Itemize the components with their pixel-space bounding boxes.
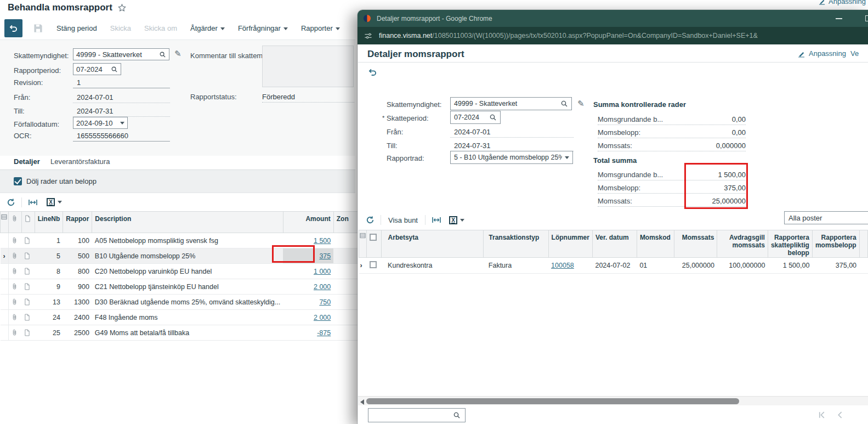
chevron-down-icon[interactable] [120,122,124,125]
col-arbetsyta[interactable]: Arbetsyta [381,230,484,258]
amount-link[interactable]: 1 500 [314,237,331,245]
popup-urlbar[interactable]: finance.visma.net/1085011003/(W(10005))/… [358,27,868,44]
attachment-icon[interactable] [12,252,19,259]
undo-icon[interactable] [368,67,377,77]
col-rapport[interactable]: Rappor [63,212,92,233]
reports-menu[interactable]: Rapporter [301,24,340,32]
actions-menu[interactable]: Åtgärder [190,24,225,32]
row-settings-icon[interactable] [1,214,8,220]
visa-bunt-button[interactable]: Visa bunt [388,216,418,224]
col-transaktionstyp[interactable]: Transaktionstyp [484,230,548,258]
edit-pencil-icon[interactable]: ✎ [577,99,585,109]
chevron-down-icon[interactable] [565,156,569,159]
site-settings-icon[interactable] [364,32,372,40]
refresh-icon[interactable] [366,216,375,224]
fit-width-icon[interactable] [432,216,441,224]
amount-link[interactable]: 2 000 [314,283,331,291]
table-row-selected[interactable]: › Kundreskontra Faktura 100058 2024-07-0… [359,258,868,274]
first-page-button[interactable] [818,411,826,419]
notes-icon[interactable] [24,329,32,336]
minimize-button[interactable] [836,18,842,19]
col-amount[interactable]: Amount [283,212,333,233]
export-excel-icon[interactable]: X [47,198,55,206]
amount-link[interactable]: 375 [319,252,331,260]
filter-select[interactable]: Alla poster [784,211,868,224]
tax-authority-field[interactable]: 49999 - Skatteverket [73,48,169,60]
edit-pencil-icon[interactable]: ✎ [174,49,181,59]
notes-icon[interactable] [24,237,32,244]
table-row[interactable]: 8 800 C20 Nettobelopp varuinköp EU hande… [1,264,410,279]
search-icon[interactable] [453,411,461,419]
report-period-field[interactable]: 07-2024 [73,63,121,75]
col-momssats[interactable]: Momssats [674,230,717,258]
main-form: Skattemyndighet: 49999 - Skatteverket ✎ … [0,39,355,156]
table-row[interactable]: 9 900 C21 Nettobelopp tjänsteinköp EU ha… [1,279,410,295]
attachment-icon[interactable] [12,268,19,275]
attachment-icon[interactable] [12,283,19,290]
chevron-down-icon[interactable] [460,219,464,222]
scrollbar-thumb[interactable] [366,398,739,404]
amount-link[interactable]: 1 000 [314,268,331,275]
col-rapportera-momsbelopp[interactable]: Rapportera momsbelopp [812,230,859,258]
tax-authority-field[interactable]: 49999 - Skatteverket [450,97,572,110]
due-date-field[interactable]: 2024-09-10 [73,117,128,129]
undo-button[interactable] [4,19,22,37]
popup-titlebar[interactable]: Detaljer momsrapport - Google Chrome [358,10,868,27]
table-row[interactable]: 24 2400 F48 Ingående moms 2 000 F [1,310,410,325]
favorite-star-icon[interactable] [117,3,127,13]
horizontal-scrollbar[interactable] [358,396,868,405]
col-momskod[interactable]: Momskod [637,230,674,258]
notes-icon[interactable] [24,298,32,306]
export-excel-icon[interactable]: X [449,216,457,224]
col-lopnummer[interactable]: Löpnummer [548,230,592,258]
attachment-icon[interactable] [12,314,19,321]
report-row-label: Rapportrad: [387,154,424,162]
attachment-icon[interactable] [12,329,19,336]
popup-anpassning-link[interactable]: Anpassning [798,49,846,58]
col-avdragsgill-momssats[interactable]: Avdragsgill momssats [717,230,768,258]
col-ver-datum[interactable]: Ver. datum [592,230,637,258]
inquiries-menu[interactable]: Förfrågningar [238,24,288,32]
col-linenb[interactable]: LineNb [35,212,63,233]
maximize-button[interactable] [865,15,868,21]
save-icon[interactable] [33,23,43,33]
table-row[interactable]: 13 1300 D30 Beräknad utgående moms 25%, … [1,295,410,310]
search-input[interactable] [368,408,466,422]
notes-icon[interactable] [24,314,32,321]
attachment-icon[interactable] [12,298,19,306]
close-period-button[interactable]: Stäng period [56,24,97,32]
row-settings-icon[interactable] [360,233,366,239]
table-row-selected[interactable]: › 5 500 B10 Utgående momsbelopp 25% 375 … [1,248,410,264]
table-row[interactable]: 25 2500 G49 Moms att betala/få tillbaka … [1,325,410,341]
url-text[interactable]: finance.visma.net/1085011003/(W(10005))/… [379,32,758,39]
search-icon[interactable] [489,114,497,121]
hide-rows-checkbox[interactable] [14,177,22,185]
notes-icon[interactable] [24,252,32,259]
amount-link[interactable]: 750 [319,298,331,306]
notes-icon[interactable] [24,283,32,290]
row-checkbox[interactable] [370,261,377,268]
main-anpassning-link[interactable]: Anpassning [819,0,866,5]
search-icon[interactable] [111,66,118,73]
select-all-checkbox[interactable] [370,234,377,241]
attachment-icon[interactable] [12,237,19,244]
report-row-select[interactable]: 5 - B10 Utgående momsbelopp 25% [450,151,573,164]
table-row[interactable]: 1 100 A05 Nettobelopp momspliktig svensk… [1,233,410,248]
amount-link[interactable]: -875 [317,329,331,337]
search-icon[interactable] [560,100,568,108]
refresh-icon[interactable] [7,198,15,207]
amount-link[interactable]: 2 000 [314,314,331,321]
comment-textarea[interactable] [262,46,354,87]
col-rapportera-skattepliktig[interactable]: Rapportera skattepliktig belopp [768,230,812,258]
scroll-left-arrow-icon[interactable] [360,399,364,405]
tab-leverantorsfaktura[interactable]: Leverantörsfaktura [50,157,110,170]
chevron-down-icon[interactable] [58,201,62,203]
prev-page-button[interactable] [836,411,844,419]
tax-period-field[interactable]: 07-2024 [450,111,501,124]
reference-number-link[interactable]: 100058 [551,262,574,269]
col-description[interactable]: Description [92,212,283,233]
popup-verktyg-link[interactable]: Ve [850,49,859,58]
search-icon[interactable] [159,51,166,58]
fit-width-icon[interactable] [28,199,38,206]
notes-icon[interactable] [24,268,32,275]
